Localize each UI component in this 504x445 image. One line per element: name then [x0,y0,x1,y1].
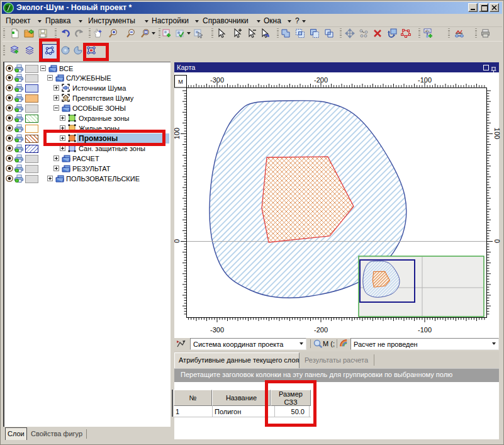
svg-text:-100: -100 [418,326,432,334]
svg-text:-200: -200 [314,76,328,84]
svg-text:М: М [178,79,183,85]
svg-text:-300: -300 [210,76,224,84]
svg-text:100: 100 [174,128,181,139]
svg-text:0: 0 [174,239,181,243]
svg-text:0: 0 [493,239,501,243]
svg-text:-300: -300 [210,326,224,334]
svg-text:100: 100 [493,128,501,139]
svg-text:abc: abc [425,29,430,33]
svg-text:-200: -200 [314,326,328,334]
svg-text:-100: -100 [418,76,432,84]
